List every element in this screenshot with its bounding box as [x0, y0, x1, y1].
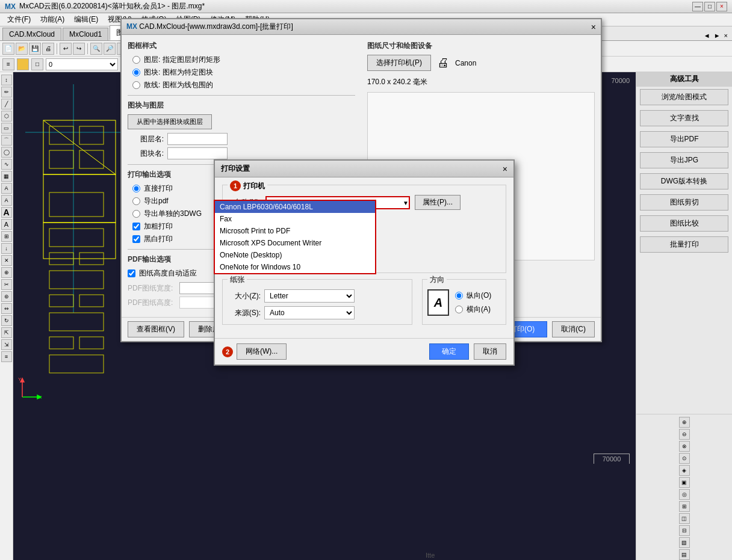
tb-open[interactable]: 📂: [16, 43, 28, 55]
dd-item-5[interactable]: OneNote for Windows 10: [215, 261, 375, 273]
select-block-btn[interactable]: 从图中选择图块或图层: [128, 114, 212, 129]
props-btn[interactable]: 属性(P)...: [415, 195, 461, 210]
lt-offset[interactable]: ⊚: [1, 291, 12, 302]
pdf-height-input[interactable]: 3912: [179, 297, 216, 309]
lt-erase[interactable]: ✕: [1, 255, 12, 266]
select-printer-btn[interactable]: 选择打印机(P): [367, 55, 431, 71]
lt-draw[interactable]: ✏: [1, 87, 12, 97]
menu-function[interactable]: 功能(A): [36, 13, 69, 26]
radio-landscape[interactable]: 横向(A): [455, 304, 491, 315]
radio-block[interactable]: 图块: 图框为特定图块: [132, 67, 355, 78]
rt-tool9[interactable]: ◫: [679, 513, 690, 524]
rp-clip[interactable]: 图纸剪切: [640, 194, 728, 211]
lt-rotate[interactable]: ↻: [1, 315, 12, 326]
dd-item-2[interactable]: Microsoft Print to PDF: [215, 225, 375, 237]
network-btn[interactable]: 网络(W)...: [237, 343, 287, 360]
toolbar-separator2: [87, 43, 88, 54]
tab-nav-left[interactable]: ◄: [702, 32, 712, 39]
lt-insert[interactable]: ↓: [1, 243, 12, 254]
view-frames-btn[interactable]: 查看图框(V): [128, 321, 184, 337]
ok-btn[interactable]: 确定: [429, 343, 469, 360]
rt-tool4[interactable]: ⊙: [679, 453, 690, 464]
radio-portrait[interactable]: 纵向(O): [455, 291, 491, 301]
lt-line[interactable]: ╱: [1, 99, 12, 109]
paper-info-row: 170.0 x 240.2 毫米: [367, 77, 595, 87]
rp-text-find[interactable]: 文字查找: [640, 110, 728, 126]
pdf-width-input[interactable]: 2610: [179, 282, 216, 294]
rt-tool6[interactable]: ▣: [679, 477, 690, 488]
block-name-input[interactable]: [167, 147, 228, 159]
layer-name-input[interactable]: [167, 133, 228, 145]
lt-circle2[interactable]: ◯: [1, 147, 12, 158]
tb2-layer-icon[interactable]: ≡: [2, 58, 14, 70]
tb2-settings[interactable]: □: [31, 58, 43, 70]
lt-hatch[interactable]: ▦: [1, 171, 12, 182]
tb-zoom-in[interactable]: 🔍: [90, 43, 102, 55]
dd-item-4[interactable]: OneNote (Desktop): [215, 249, 375, 261]
tab-mxcloud1[interactable]: MxCloud1: [63, 28, 108, 40]
lt-trim[interactable]: ✂: [1, 279, 12, 290]
lt-copy[interactable]: ⊕: [1, 267, 12, 278]
rp-export-pdf[interactable]: 导出PDF: [640, 131, 728, 147]
maximize-button[interactable]: □: [704, 2, 715, 11]
tb-print[interactable]: 🖨: [42, 43, 54, 55]
rt-tool3[interactable]: ⊗: [679, 441, 690, 452]
print-cancel-btn[interactable]: 取消: [474, 343, 506, 360]
batch-dialog-close[interactable]: ×: [591, 22, 596, 32]
rt-tool7[interactable]: ◎: [679, 489, 690, 500]
lt-block[interactable]: ⊞: [1, 231, 12, 242]
lt-stretch[interactable]: ⇲: [1, 339, 12, 350]
rp-dwg-convert[interactable]: DWG版本转换: [640, 173, 728, 189]
lt-move[interactable]: ↕: [1, 75, 12, 85]
printer-section-header: 1 打印机: [228, 180, 267, 191]
menu-edit[interactable]: 编辑(E): [69, 13, 103, 26]
lt-dim2[interactable]: A: [1, 195, 12, 206]
tb-redo[interactable]: ↪: [73, 43, 85, 55]
size-select[interactable]: Letter: [264, 289, 355, 303]
dd-item-0[interactable]: Canon LBP6030/6040/6018L: [215, 201, 375, 213]
printer-select-row: 选择打印机(P) 🖨 Canon: [367, 55, 595, 71]
tb-save[interactable]: 💾: [29, 43, 41, 55]
rt-tool11[interactable]: ▧: [679, 537, 690, 548]
close-button[interactable]: ×: [716, 2, 727, 11]
rt-tool1[interactable]: ⊕: [679, 417, 690, 428]
lt-poly[interactable]: ⬡: [1, 111, 12, 122]
lt-A2[interactable]: A: [1, 219, 12, 230]
tb-new[interactable]: 📄: [2, 43, 14, 55]
lt-A[interactable]: A: [1, 207, 12, 218]
dd-item-1[interactable]: Fax: [215, 213, 375, 225]
tb-undo[interactable]: ↩: [60, 43, 72, 55]
source-select[interactable]: Auto: [264, 306, 355, 319]
rt-tool8[interactable]: ⊞: [679, 501, 690, 512]
lt-text2[interactable]: A: [1, 183, 12, 194]
tab-close[interactable]: ×: [722, 32, 730, 39]
rt-tool12[interactable]: ▤: [679, 549, 690, 560]
print-dialog-close[interactable]: ×: [503, 164, 507, 174]
size-label: 大小(Z):: [228, 291, 261, 301]
radio-layer[interactable]: 图层: 指定图层封闭矩形: [132, 55, 355, 65]
rt-tool10[interactable]: ⊟: [679, 525, 690, 536]
tab-nav-right[interactable]: ►: [712, 32, 722, 39]
rp-batch-print[interactable]: 批量打印: [640, 236, 728, 253]
rp-browse-mode[interactable]: 浏览/绘图模式: [640, 89, 728, 105]
rt-tool5[interactable]: ◈: [679, 465, 690, 476]
tab-cad-mxcloud[interactable]: CAD.MxCloud: [2, 28, 61, 40]
layer-select[interactable]: 0: [46, 58, 118, 70]
rp-export-jpg[interactable]: 导出JPG: [640, 152, 728, 168]
lt-arc[interactable]: ⌒: [1, 135, 12, 146]
minimize-button[interactable]: —: [692, 2, 703, 11]
menu-file[interactable]: 文件(F): [2, 13, 36, 26]
rp-compare[interactable]: 图纸比较: [640, 215, 728, 232]
lt-layer2[interactable]: ≡: [1, 351, 12, 362]
lt-mirror[interactable]: ⇔: [1, 303, 12, 314]
rt-tool2[interactable]: ⊖: [679, 429, 690, 440]
print-dialog-footer: 2 网络(W)... 确定 取消: [215, 338, 513, 365]
lt-scale[interactable]: ⇱: [1, 327, 12, 338]
tb2-color-swatch[interactable]: [17, 58, 29, 70]
tb-zoom-out[interactable]: 🔎: [104, 43, 116, 55]
lt-spline[interactable]: ∿: [1, 159, 12, 170]
radio-line[interactable]: 散线: 图框为线包围的: [132, 80, 355, 90]
lt-rect2[interactable]: ▭: [1, 123, 12, 134]
dd-item-3[interactable]: Microsoft XPS Document Writer: [215, 237, 375, 249]
batch-cancel-btn[interactable]: 取消(C): [552, 321, 595, 337]
